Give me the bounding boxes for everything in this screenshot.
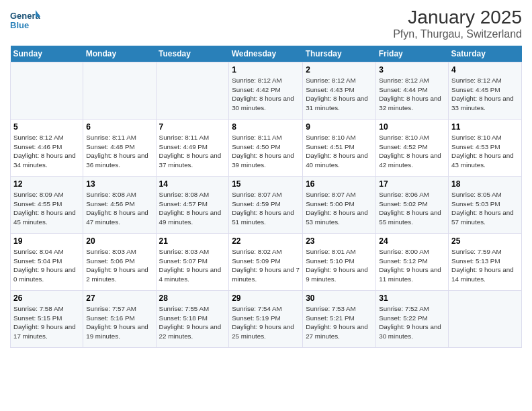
day-number: 26 <box>13 293 80 303</box>
sunset-text: Sunset: 5:07 PM <box>159 257 208 265</box>
day-number: 15 <box>232 179 300 189</box>
day-info: Sunrise: 8:10 AM Sunset: 4:51 PM Dayligh… <box>306 133 373 170</box>
calendar-day-cell: 21 Sunrise: 8:03 AM Sunset: 5:07 PM Dayl… <box>156 234 229 291</box>
daylight-text: Daylight: 8 hours and 33 minutes. <box>451 95 514 111</box>
sunrise-text: Sunrise: 8:05 AM <box>451 191 502 198</box>
sunset-text: Sunset: 5:06 PM <box>86 257 134 265</box>
page-subtitle: Pfyn, Thurgau, Switzerland <box>393 28 522 40</box>
daylight-text: Daylight: 9 hours and 7 minutes. <box>232 266 300 283</box>
day-info: Sunrise: 8:08 AM Sunset: 4:57 PM Dayligh… <box>159 190 226 227</box>
day-info: Sunrise: 8:01 AM Sunset: 5:10 PM Dayligh… <box>306 247 373 284</box>
sunrise-text: Sunrise: 7:58 AM <box>13 305 64 312</box>
day-number: 13 <box>86 179 152 189</box>
day-info: Sunrise: 7:57 AM Sunset: 5:16 PM Dayligh… <box>86 304 152 341</box>
daylight-text: Daylight: 8 hours and 39 minutes. <box>232 152 294 169</box>
day-number: 31 <box>379 293 445 303</box>
daylight-text: Daylight: 8 hours and 31 minutes. <box>306 95 368 111</box>
sunset-text: Sunset: 4:46 PM <box>13 143 62 150</box>
calendar-day-cell <box>449 291 522 348</box>
daylight-text: Daylight: 9 hours and 9 minutes. <box>306 266 368 283</box>
sunrise-text: Sunrise: 8:10 AM <box>306 134 356 141</box>
day-number: 18 <box>451 179 519 189</box>
calendar-day-cell: 26 Sunrise: 7:58 AM Sunset: 5:15 PM Dayl… <box>11 291 83 348</box>
calendar-day-cell <box>83 62 156 120</box>
sunset-text: Sunset: 5:21 PM <box>306 314 354 322</box>
daylight-text: Daylight: 9 hours and 2 minutes. <box>86 266 148 283</box>
day-info: Sunrise: 8:07 AM Sunset: 5:00 PM Dayligh… <box>306 190 373 227</box>
sunrise-text: Sunrise: 8:12 AM <box>451 77 502 84</box>
sunrise-text: Sunrise: 7:55 AM <box>159 305 210 312</box>
day-info: Sunrise: 8:03 AM Sunset: 5:06 PM Dayligh… <box>86 247 152 284</box>
daylight-text: Daylight: 9 hours and 11 minutes. <box>379 266 441 283</box>
calendar-day-cell: 24 Sunrise: 8:00 AM Sunset: 5:12 PM Dayl… <box>376 234 449 291</box>
calendar-day-cell: 16 Sunrise: 8:07 AM Sunset: 5:00 PM Dayl… <box>303 177 376 234</box>
sunrise-text: Sunrise: 7:53 AM <box>306 305 356 312</box>
day-number: 24 <box>379 236 445 246</box>
day-info: Sunrise: 8:12 AM Sunset: 4:45 PM Dayligh… <box>451 76 519 113</box>
calendar-day-cell: 28 Sunrise: 7:55 AM Sunset: 5:18 PM Dayl… <box>156 291 229 348</box>
sunset-text: Sunset: 4:48 PM <box>86 143 134 150</box>
calendar-day-cell: 22 Sunrise: 8:02 AM Sunset: 5:09 PM Dayl… <box>229 234 303 291</box>
daylight-text: Daylight: 8 hours and 40 minutes. <box>306 152 368 169</box>
day-number: 29 <box>232 293 300 303</box>
daylight-text: Daylight: 9 hours and 19 minutes. <box>86 323 148 340</box>
sunrise-text: Sunrise: 7:59 AM <box>451 248 502 255</box>
calendar-day-cell: 23 Sunrise: 8:01 AM Sunset: 5:10 PM Dayl… <box>303 234 376 291</box>
day-number: 19 <box>13 236 80 246</box>
sunset-text: Sunset: 5:00 PM <box>306 200 354 208</box>
sunset-text: Sunset: 5:10 PM <box>306 257 354 265</box>
header-wednesday: Wednesday <box>229 46 303 62</box>
daylight-text: Daylight: 8 hours and 47 minutes. <box>86 209 148 226</box>
calendar-day-cell: 2 Sunrise: 8:12 AM Sunset: 4:43 PM Dayli… <box>303 62 376 120</box>
sunrise-text: Sunrise: 8:07 AM <box>306 191 356 198</box>
day-number: 6 <box>86 122 152 132</box>
day-info: Sunrise: 8:02 AM Sunset: 5:09 PM Dayligh… <box>232 247 300 284</box>
calendar-week-row: 26 Sunrise: 7:58 AM Sunset: 5:15 PM Dayl… <box>11 291 522 348</box>
day-info: Sunrise: 7:54 AM Sunset: 5:19 PM Dayligh… <box>232 304 300 341</box>
day-info: Sunrise: 8:03 AM Sunset: 5:07 PM Dayligh… <box>159 247 226 284</box>
sunrise-text: Sunrise: 8:03 AM <box>86 248 136 255</box>
sunset-text: Sunset: 5:15 PM <box>13 314 62 322</box>
day-info: Sunrise: 8:10 AM Sunset: 4:52 PM Dayligh… <box>379 133 445 170</box>
day-info: Sunrise: 8:11 AM Sunset: 4:48 PM Dayligh… <box>86 133 152 170</box>
daylight-text: Daylight: 8 hours and 37 minutes. <box>159 152 222 169</box>
daylight-text: Daylight: 8 hours and 43 minutes. <box>451 152 514 169</box>
day-info: Sunrise: 7:58 AM Sunset: 5:15 PM Dayligh… <box>13 304 80 341</box>
sunrise-text: Sunrise: 7:57 AM <box>86 305 136 312</box>
daylight-text: Daylight: 9 hours and 30 minutes. <box>379 323 441 340</box>
day-number: 11 <box>451 122 519 132</box>
calendar-day-cell: 5 Sunrise: 8:12 AM Sunset: 4:46 PM Dayli… <box>11 120 83 177</box>
calendar-day-cell: 4 Sunrise: 8:12 AM Sunset: 4:45 PM Dayli… <box>449 62 522 120</box>
day-info: Sunrise: 8:10 AM Sunset: 4:53 PM Dayligh… <box>451 133 519 170</box>
daylight-text: Daylight: 9 hours and 27 minutes. <box>306 323 368 340</box>
sunrise-text: Sunrise: 8:08 AM <box>159 191 210 198</box>
daylight-text: Daylight: 9 hours and 25 minutes. <box>232 323 294 340</box>
sunset-text: Sunset: 5:12 PM <box>379 257 427 265</box>
page-title: January 2025 <box>393 7 522 28</box>
day-info: Sunrise: 8:00 AM Sunset: 5:12 PM Dayligh… <box>379 247 445 284</box>
sunrise-text: Sunrise: 8:07 AM <box>232 191 282 198</box>
day-info: Sunrise: 8:08 AM Sunset: 4:56 PM Dayligh… <box>86 190 152 227</box>
calendar-day-cell: 15 Sunrise: 8:07 AM Sunset: 4:59 PM Dayl… <box>229 177 303 234</box>
day-info: Sunrise: 8:07 AM Sunset: 4:59 PM Dayligh… <box>232 190 300 227</box>
day-info: Sunrise: 8:04 AM Sunset: 5:04 PM Dayligh… <box>13 247 80 284</box>
sunset-text: Sunset: 4:45 PM <box>451 86 500 93</box>
sunset-text: Sunset: 4:57 PM <box>159 200 208 208</box>
daylight-text: Daylight: 8 hours and 45 minutes. <box>13 209 76 226</box>
calendar-week-row: 1 Sunrise: 8:12 AM Sunset: 4:42 PM Dayli… <box>11 62 522 120</box>
sunset-text: Sunset: 5:19 PM <box>232 314 280 322</box>
calendar-day-cell: 31 Sunrise: 7:52 AM Sunset: 5:22 PM Dayl… <box>376 291 449 348</box>
sunrise-text: Sunrise: 7:52 AM <box>379 305 429 312</box>
daylight-text: Daylight: 9 hours and 14 minutes. <box>451 266 514 283</box>
day-number: 12 <box>13 179 80 189</box>
sunrise-text: Sunrise: 8:12 AM <box>306 77 356 84</box>
day-info: Sunrise: 8:12 AM Sunset: 4:44 PM Dayligh… <box>379 76 445 113</box>
daylight-text: Daylight: 8 hours and 34 minutes. <box>13 152 76 169</box>
sunrise-text: Sunrise: 7:54 AM <box>232 305 282 312</box>
sunrise-text: Sunrise: 8:12 AM <box>379 77 429 84</box>
page-header: General Blue January 2025 Pfyn, Thurgau,… <box>10 7 522 40</box>
calendar-day-cell: 27 Sunrise: 7:57 AM Sunset: 5:16 PM Dayl… <box>83 291 156 348</box>
sunset-text: Sunset: 5:18 PM <box>159 314 208 322</box>
sunrise-text: Sunrise: 8:01 AM <box>306 248 356 255</box>
day-number: 2 <box>306 65 373 75</box>
